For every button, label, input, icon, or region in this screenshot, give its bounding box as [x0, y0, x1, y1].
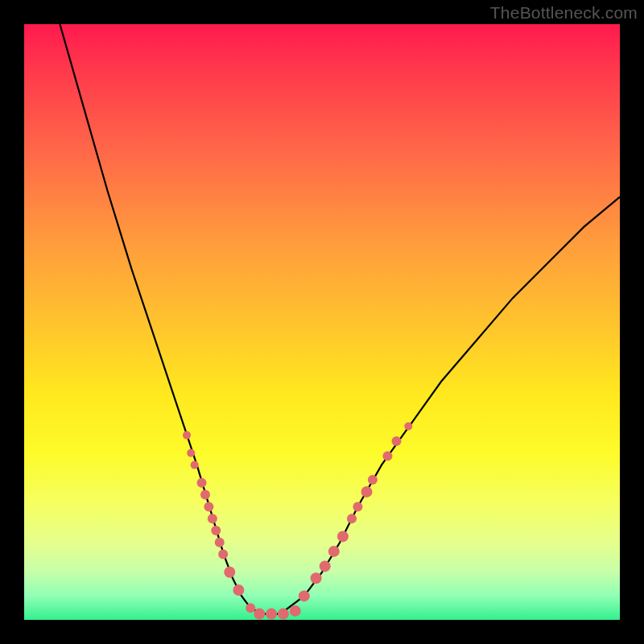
- marker-left: [200, 490, 210, 500]
- marker-left: [218, 550, 228, 559]
- marker-left: [233, 584, 244, 596]
- marker-left: [208, 514, 217, 523]
- marker-left: [215, 538, 225, 547]
- marker-right: [368, 475, 378, 485]
- marker-right: [337, 530, 349, 542]
- marker-right: [392, 436, 402, 446]
- marker-left: [191, 461, 199, 469]
- marker-right: [320, 560, 331, 572]
- plot-area: [24, 24, 620, 620]
- marker-left: [187, 449, 195, 457]
- marker-bottom: [266, 609, 277, 620]
- bottleneck-curve: [60, 24, 620, 614]
- marker-bottom: [278, 609, 289, 620]
- marker-left: [224, 567, 235, 578]
- marker-right: [347, 514, 357, 523]
- marker-right: [404, 423, 412, 431]
- marker-right: [361, 486, 373, 497]
- marker-right: [382, 452, 392, 461]
- marker-left: [211, 526, 221, 535]
- marker-bottom: [290, 605, 301, 617]
- marker-bottom: [254, 609, 265, 620]
- marker-right: [353, 502, 362, 511]
- watermark-text: TheBottleneck.com: [490, 3, 638, 23]
- curve-layer: [24, 24, 620, 620]
- marker-group: [183, 423, 412, 620]
- marker-right: [299, 590, 310, 601]
- marker-left: [183, 431, 191, 440]
- marker-right: [311, 572, 322, 584]
- marker-left: [204, 502, 213, 511]
- marker-right: [328, 546, 340, 557]
- marker-left: [246, 603, 255, 613]
- chart-frame: TheBottleneck.com: [0, 0, 644, 644]
- marker-left: [197, 478, 207, 488]
